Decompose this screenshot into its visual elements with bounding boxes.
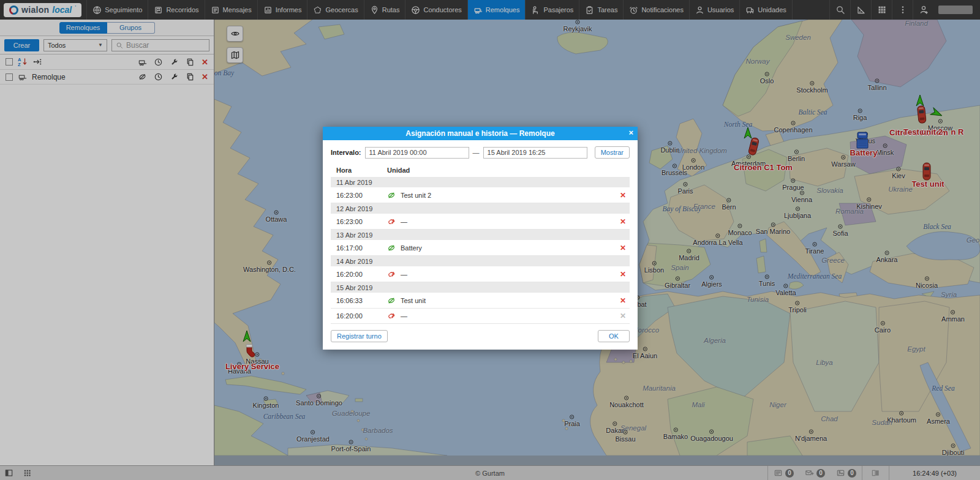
unbind-icon: [387, 270, 396, 279]
show-button[interactable]: Mostrar: [595, 146, 630, 159]
column-header-hora: Hora: [331, 167, 387, 174]
ok-button[interactable]: OK: [598, 330, 630, 342]
remove-assignment-icon[interactable]: ✕: [620, 191, 626, 200]
date-group-row: 13 Abr 2019: [331, 230, 630, 240]
interval-to-input[interactable]: 15 Abril 2019 16:25: [483, 147, 587, 159]
interval-from-input[interactable]: 11 Abril 2019 00:00: [365, 147, 469, 159]
assignment-row: 16:20:00—✕: [331, 267, 630, 282]
remove-assignment-icon[interactable]: ✕: [620, 217, 626, 226]
remove-assignment-icon[interactable]: ✕: [620, 270, 626, 279]
assignment-time: 16:06:33: [331, 297, 387, 304]
date-group-row: 14 Abr 2019: [331, 256, 630, 266]
close-icon[interactable]: ×: [628, 128, 633, 137]
assignment-time: 16:17:00: [331, 244, 387, 252]
assignment-row: 16:20:00—✕: [331, 309, 630, 324]
assignment-unit: —: [401, 312, 407, 320]
assignment-time: 16:23:00: [331, 218, 387, 225]
bind-icon: [387, 191, 396, 200]
assignment-time: 16:23:00: [331, 192, 387, 199]
assignment-unit: —: [401, 218, 407, 225]
bind-icon: [387, 296, 396, 305]
dialog-title-bar: Asignación manual e historia — Remolque …: [323, 127, 638, 140]
assignment-unit: —: [401, 271, 407, 278]
column-header-unidad: Unidad: [387, 167, 410, 174]
assignment-row: 16:23:00—✕: [331, 214, 630, 230]
remove-assignment-icon[interactable]: ✕: [620, 296, 626, 305]
date-group-row: 15 Abr 2019: [331, 282, 630, 293]
bind-icon: [387, 244, 396, 252]
unbind-icon: [387, 312, 396, 320]
assignment-dialog: Asignación manual e historia — Remolque …: [323, 127, 638, 350]
dialog-title: Asignación manual e historia — Remolque: [405, 129, 554, 138]
assignment-unit: Test unit: [401, 297, 426, 304]
unbind-icon: [387, 217, 396, 226]
assignment-row: 16:17:00Battery✕: [331, 241, 630, 256]
remove-assignment-icon[interactable]: ✕: [620, 244, 626, 252]
interval-dash: —: [473, 149, 480, 156]
remove-assignment-icon: ✕: [620, 312, 626, 320]
assignment-row: 16:06:33Test unit✕: [331, 293, 630, 309]
assignment-time: 16:20:00: [331, 271, 387, 278]
interval-label: Intervalo:: [331, 149, 361, 156]
date-group-row: 11 Abr 2019: [331, 177, 630, 187]
date-group-row: 12 Abr 2019: [331, 203, 630, 214]
assignment-time: 16:20:00: [331, 312, 387, 320]
register-shift-button[interactable]: Registrar turno: [331, 330, 388, 342]
assignment-unit: Battery: [401, 244, 422, 252]
assignment-unit: Test unit 2: [401, 192, 431, 199]
assignment-row: 16:23:00Test unit 2✕: [331, 188, 630, 203]
